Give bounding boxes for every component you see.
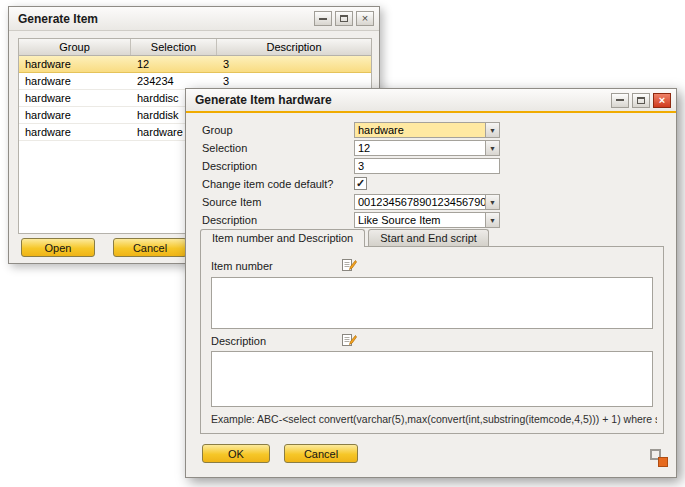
- cell-group[interactable]: hardware: [19, 73, 131, 89]
- cell-group[interactable]: hardware: [19, 124, 131, 140]
- source-description-combo[interactable]: Like Source Item ▼: [354, 212, 500, 228]
- column-header-selection[interactable]: Selection: [131, 39, 217, 55]
- titlebar[interactable]: Generate Item hardware ×: [186, 89, 676, 113]
- table-header: Group Selection Description: [19, 39, 371, 56]
- minimize-icon: [319, 18, 327, 20]
- cell-selection[interactable]: 12: [131, 56, 217, 72]
- minimize-icon: [616, 99, 624, 101]
- change-item-code-checkbox[interactable]: ✓: [354, 177, 367, 190]
- item-number-textarea[interactable]: [211, 277, 653, 329]
- description2-label: Description: [211, 335, 266, 347]
- change-item-code-label: Change item code default?: [202, 178, 333, 190]
- cell-selection[interactable]: 234234: [131, 73, 217, 89]
- maximize-icon: [637, 97, 645, 104]
- change-item-code-row: Change item code default? ✓: [186, 176, 676, 192]
- edit-icon[interactable]: [341, 332, 357, 348]
- titlebar[interactable]: Generate Item ×: [9, 7, 379, 31]
- dropdown-arrow-icon[interactable]: ▼: [485, 141, 499, 155]
- group-combo[interactable]: hardware ▼: [354, 122, 500, 138]
- description-input[interactable]: [354, 158, 500, 174]
- description-textarea[interactable]: [211, 351, 653, 407]
- window-controls: ×: [314, 11, 374, 26]
- description-label: Description: [202, 160, 257, 172]
- cancel-button[interactable]: Cancel: [113, 238, 187, 257]
- close-button[interactable]: ×: [653, 93, 671, 108]
- dropdown-arrow-icon[interactable]: ▼: [485, 213, 499, 227]
- window-title: Generate Item: [18, 12, 314, 26]
- button-row: Open Cancel: [21, 238, 187, 257]
- tab-item-number-and-description[interactable]: Item number and Description: [200, 229, 365, 247]
- group-row: Group hardware ▼: [186, 122, 676, 138]
- item-number-label: Item number: [211, 260, 273, 272]
- column-header-group[interactable]: Group: [19, 39, 131, 55]
- tab-panel: Item number Description Example: ABC-<se…: [200, 246, 664, 434]
- combo-value: 12: [355, 141, 485, 155]
- window-controls: ×: [611, 93, 671, 108]
- minimize-button[interactable]: [611, 93, 629, 108]
- checkmark-icon: ✓: [356, 178, 365, 189]
- source-item-combo[interactable]: 00123456789012345679012345 ▼: [354, 194, 500, 210]
- resize-grip-icon: [658, 457, 668, 467]
- cell-description[interactable]: 3: [217, 73, 371, 89]
- ok-button[interactable]: OK: [202, 444, 270, 463]
- selection-row: Selection 12 ▼: [186, 140, 676, 156]
- edit-icon[interactable]: [341, 257, 357, 273]
- dropdown-arrow-icon[interactable]: ▼: [485, 123, 499, 137]
- cell-description[interactable]: 3: [217, 56, 371, 72]
- group-label: Group: [202, 124, 233, 136]
- source-item-row: Source Item 00123456789012345679012345 ▼: [186, 194, 676, 210]
- combo-value: hardware: [355, 123, 485, 137]
- description-row: Description: [186, 158, 676, 174]
- source-description-label: Description: [202, 214, 257, 226]
- cancel-button[interactable]: Cancel: [284, 444, 358, 463]
- tab-bar: Item number and Description Start and En…: [200, 229, 489, 247]
- tab-start-and-end-script[interactable]: Start and End script: [368, 229, 489, 246]
- cell-group[interactable]: hardware: [19, 107, 131, 123]
- maximize-button[interactable]: [335, 11, 353, 26]
- source-description-row: Description Like Source Item ▼: [186, 212, 676, 228]
- close-icon: ×: [659, 95, 665, 106]
- combo-value: Like Source Item: [355, 213, 485, 227]
- column-header-description[interactable]: Description: [217, 39, 371, 55]
- close-icon: ×: [362, 13, 368, 24]
- resize-grip[interactable]: [650, 449, 668, 467]
- window-title: Generate Item hardware: [195, 93, 611, 107]
- open-button[interactable]: Open: [21, 238, 95, 257]
- maximize-button[interactable]: [632, 93, 650, 108]
- selection-label: Selection: [202, 142, 247, 154]
- combo-value: 00123456789012345679012345: [355, 195, 485, 209]
- maximize-icon: [340, 15, 348, 22]
- minimize-button[interactable]: [314, 11, 332, 26]
- generate-item-hardware-window: Generate Item hardware × Group hardware …: [185, 88, 677, 478]
- selection-combo[interactable]: 12 ▼: [354, 140, 500, 156]
- example-text: Example: ABC-<select convert(varchar(5),…: [211, 413, 657, 425]
- close-button[interactable]: ×: [356, 11, 374, 26]
- table-row[interactable]: hardware 12 3: [19, 56, 371, 73]
- source-item-label: Source Item: [202, 196, 261, 208]
- cell-group[interactable]: hardware: [19, 56, 131, 72]
- cell-group[interactable]: hardware: [19, 90, 131, 106]
- dropdown-arrow-icon[interactable]: ▼: [485, 195, 499, 209]
